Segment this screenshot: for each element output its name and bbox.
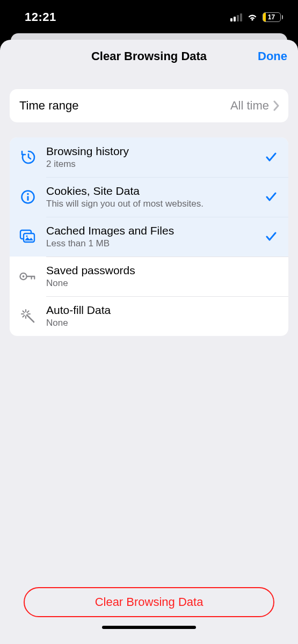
option-title: Browsing history	[46, 145, 254, 158]
option-subtitle: Less than 1 MB	[46, 238, 254, 249]
option-title: Saved passwords	[46, 264, 254, 277]
option-title: Cached Images and Files	[46, 224, 254, 237]
option-subtitle: None	[46, 318, 254, 328]
option-cache[interactable]: Cached Images and Files Less than 1 MB	[10, 217, 288, 257]
modal-sheet: Clear Browsing Data Done Time range All …	[0, 40, 298, 644]
option-autofill[interactable]: Auto-fill Data None	[10, 296, 288, 336]
option-subtitle: This will sign you out of most websites.	[46, 199, 254, 209]
key-icon	[19, 268, 37, 285]
checkmark-icon	[264, 191, 279, 203]
options-card: Browsing history 2 items Cookies, Site D…	[10, 137, 288, 336]
cellular-icon	[230, 13, 242, 21]
home-indicator	[102, 626, 196, 629]
status-time: 12:21	[25, 10, 56, 24]
time-range-card: Time range All time	[10, 89, 288, 122]
chevron-right-icon	[273, 100, 280, 111]
wifi-icon	[246, 13, 258, 21]
svg-point-7	[23, 275, 25, 277]
svg-point-1	[27, 193, 29, 195]
status-indicators: 17	[230, 12, 284, 22]
svg-point-5	[26, 235, 27, 237]
time-range-row[interactable]: Time range All time	[10, 89, 288, 122]
battery-percent: 17	[268, 13, 275, 21]
option-cookies[interactable]: Cookies, Site Data This will sign you ou…	[10, 177, 288, 217]
time-range-label: Time range	[19, 99, 78, 113]
svg-rect-4	[24, 233, 34, 242]
option-subtitle: None	[46, 278, 254, 289]
svg-rect-2	[27, 196, 29, 201]
images-icon	[19, 228, 37, 245]
info-icon	[19, 188, 37, 206]
wand-icon	[19, 308, 37, 325]
time-range-value: All time	[230, 99, 269, 113]
option-browsing-history[interactable]: Browsing history 2 items	[10, 137, 288, 177]
page-title: Clear Browsing Data	[91, 49, 207, 63]
checkmark-icon	[264, 230, 279, 243]
status-bar: 12:21 17	[0, 0, 298, 34]
clear-browsing-data-button[interactable]: Clear Browsing Data	[24, 587, 274, 617]
option-passwords[interactable]: Saved passwords None	[10, 257, 288, 296]
option-title: Cookies, Site Data	[46, 185, 254, 197]
sheet-header: Clear Browsing Data Done	[0, 40, 298, 73]
done-button[interactable]: Done	[258, 40, 287, 73]
option-title: Auto-fill Data	[46, 304, 254, 317]
option-subtitle: 2 items	[46, 159, 254, 170]
history-icon	[19, 149, 37, 166]
checkmark-icon	[264, 151, 279, 164]
battery-icon: 17	[263, 12, 284, 22]
